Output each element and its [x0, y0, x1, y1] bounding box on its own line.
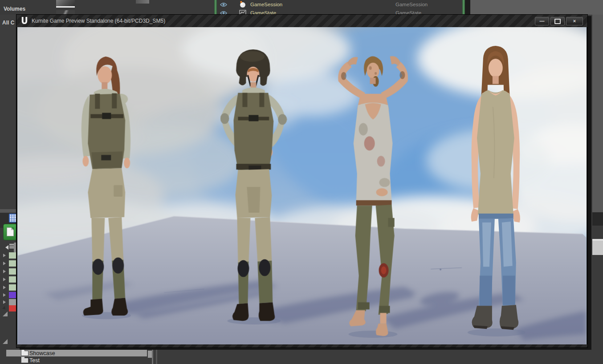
- panel-splitter[interactable]: [0, 209, 16, 213]
- folder-label[interactable]: Showcase: [29, 350, 55, 356]
- place-actors-clipped-label: All C: [2, 20, 14, 26]
- asset-tree-item[interactable]: [0, 259, 16, 267]
- unreal-engine-logo-icon: [20, 16, 29, 25]
- maximize-button[interactable]: [550, 17, 565, 25]
- asset-tree-item[interactable]: [0, 267, 16, 275]
- asset-tree-item[interactable]: [0, 283, 16, 291]
- content-browser-assetview-edge: [592, 255, 603, 364]
- actor-label[interactable]: GameSession: [250, 2, 282, 7]
- window-bottom-border: [16, 344, 587, 348]
- expander-arrow-icon[interactable]: [3, 286, 6, 289]
- collapse-sources-icon[interactable]: [5, 245, 8, 250]
- expander-arrow-icon[interactable]: [3, 300, 6, 304]
- window-titlebar[interactable]: Kumite Game Preview Standalone (64-bit/P…: [16, 15, 587, 28]
- expander-arrow-icon[interactable]: [3, 254, 6, 257]
- asset-color-chip: [9, 305, 16, 311]
- place-actors-panel: [0, 0, 214, 15]
- folder-icon: [21, 358, 29, 363]
- asset-color-chip: [9, 276, 16, 283]
- asset-tree-item[interactable]: [0, 251, 16, 259]
- folder-row-test[interactable]: Test: [6, 357, 147, 364]
- content-browser-tab-edge: [592, 212, 603, 226]
- folder-label[interactable]: Test: [29, 357, 40, 364]
- asset-color-chip: [9, 292, 16, 298]
- unreal-editor-root: { "preview_window": { "title": "Kumite G…: [0, 0, 603, 364]
- minimize-button[interactable]: —: [535, 17, 549, 25]
- sphere-actor-icon: [239, 1, 246, 8]
- volume-asset-thumbnail[interactable]: [56, 0, 75, 6]
- outliner-row-gamesession[interactable]: GameSession GameSession: [217, 0, 462, 9]
- expander-arrow-icon[interactable]: [3, 278, 6, 281]
- expander-arrow-icon[interactable]: [3, 339, 8, 344]
- viewport-panel-edge: [592, 15, 603, 212]
- scrollbar-thumb[interactable]: [148, 351, 152, 358]
- expander-arrow-icon[interactable]: [3, 311, 8, 316]
- asset-color-chip: [9, 252, 16, 259]
- expander-arrow-icon[interactable]: [3, 262, 6, 265]
- left-panel-edge: [0, 15, 16, 209]
- expander-arrow-icon[interactable]: [3, 270, 6, 273]
- content-browser-toolbar-edge: [592, 226, 603, 239]
- char4-head: [489, 59, 503, 77]
- folder-row-showcase[interactable]: Showcase: [6, 350, 147, 356]
- rendered-scene: [17, 27, 587, 345]
- char2-vest: [233, 93, 273, 170]
- asset-color-chip: [9, 284, 16, 291]
- game-viewport[interactable]: [17, 27, 587, 345]
- panel-divider: [465, 0, 470, 15]
- actor-type: GameSession: [395, 2, 428, 7]
- window-title: Kumite Game Preview Standalone (64-bit/P…: [32, 18, 165, 24]
- panel-divider-line: [156, 349, 157, 364]
- char3-head: [367, 63, 379, 79]
- thumbnail-selection-underline: [56, 6, 75, 8]
- asset-tree-item[interactable]: [0, 275, 16, 283]
- content-browser-pathbar-edge: [592, 241, 603, 255]
- page-fold-corner: [11, 227, 14, 230]
- asset-color-chip: [9, 268, 16, 275]
- folder-icon: [21, 351, 29, 356]
- expander-arrow-icon[interactable]: [2, 306, 7, 311]
- expander-arrow-icon[interactable]: [3, 293, 6, 297]
- panel-divider-line: [152, 349, 153, 364]
- window-controls: — ×: [535, 17, 583, 25]
- details-panel-edge: [470, 0, 603, 15]
- char4-tank-top: [477, 90, 514, 214]
- volume-asset-thumbnail[interactable]: [136, 0, 149, 4]
- game-preview-window: Kumite Game Preview Standalone (64-bit/P…: [16, 14, 588, 348]
- visibility-eye-icon[interactable]: [220, 2, 227, 7]
- place-actors-section-label: Volumes: [4, 6, 25, 12]
- maximize-box-icon: [554, 19, 561, 24]
- close-button[interactable]: ×: [566, 17, 583, 25]
- asset-color-chip: [9, 260, 16, 267]
